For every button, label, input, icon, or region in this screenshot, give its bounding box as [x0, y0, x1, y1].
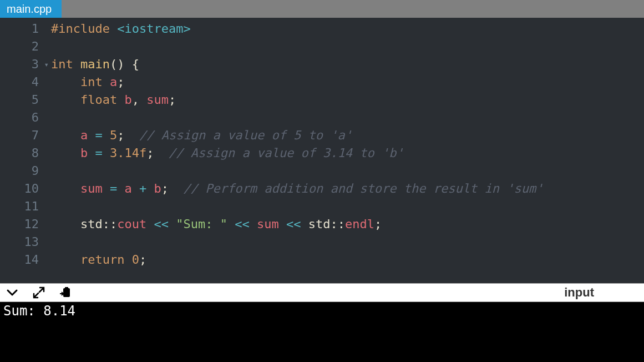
line-number: 13: [0, 233, 51, 251]
line-number: 1: [0, 20, 51, 38]
paste-icon[interactable]: [59, 286, 72, 299]
code-line: std::cout << "Sum: " << sum << std::endl…: [51, 215, 644, 233]
line-number: 9: [0, 162, 51, 180]
code-line: sum = a + b; // Perform addition and sto…: [51, 180, 644, 198]
tab-title: main.cpp: [7, 3, 52, 16]
tab-bar: main.cpp: [0, 0, 644, 18]
code-line: int a;: [51, 73, 644, 91]
line-number-gutter: 1 2 3 4 5 6 7 8 9 10 11 12 13 14: [0, 18, 51, 283]
tab-main-cpp[interactable]: main.cpp: [0, 0, 62, 18]
code-line: [51, 38, 644, 56]
code-line: return 0;: [51, 251, 644, 269]
line-number: 7: [0, 127, 51, 144]
expand-icon[interactable]: [32, 286, 45, 299]
code-line: [51, 233, 644, 251]
code-editor[interactable]: 1 2 3 4 5 6 7 8 9 10 11 12 13 14 #includ…: [0, 18, 644, 283]
input-label[interactable]: input: [564, 285, 594, 300]
console-toolbar: input: [0, 283, 644, 302]
line-number: 6: [0, 109, 51, 127]
chevron-down-icon[interactable]: [6, 286, 19, 299]
line-number: 5: [0, 91, 51, 109]
code-line: [51, 109, 644, 127]
code-line: a = 5; // Assign a value of 5 to 'a': [51, 127, 644, 144]
console-output: Sum: 8.14: [0, 302, 644, 362]
code-area[interactable]: #include <iostream> int main() { int a; …: [51, 18, 644, 283]
code-line: int main() {: [51, 56, 644, 73]
code-line: #include <iostream>: [51, 20, 644, 38]
code-line: [51, 162, 644, 180]
code-line: [51, 198, 644, 215]
code-line: float b, sum;: [51, 91, 644, 109]
line-number: 12: [0, 215, 51, 233]
console-line: Sum: 8.14: [3, 303, 641, 319]
svg-rect-0: [63, 288, 70, 297]
line-number: 4: [0, 73, 51, 91]
line-number: 10: [0, 180, 51, 198]
line-number: 11: [0, 198, 51, 215]
line-number: 2: [0, 38, 51, 56]
svg-rect-1: [65, 287, 68, 289]
line-number: 8: [0, 144, 51, 162]
line-number: 3: [0, 56, 51, 73]
line-number: 14: [0, 251, 51, 269]
code-line: b = 3.14f; // Assign a value of 3.14 to …: [51, 144, 644, 162]
